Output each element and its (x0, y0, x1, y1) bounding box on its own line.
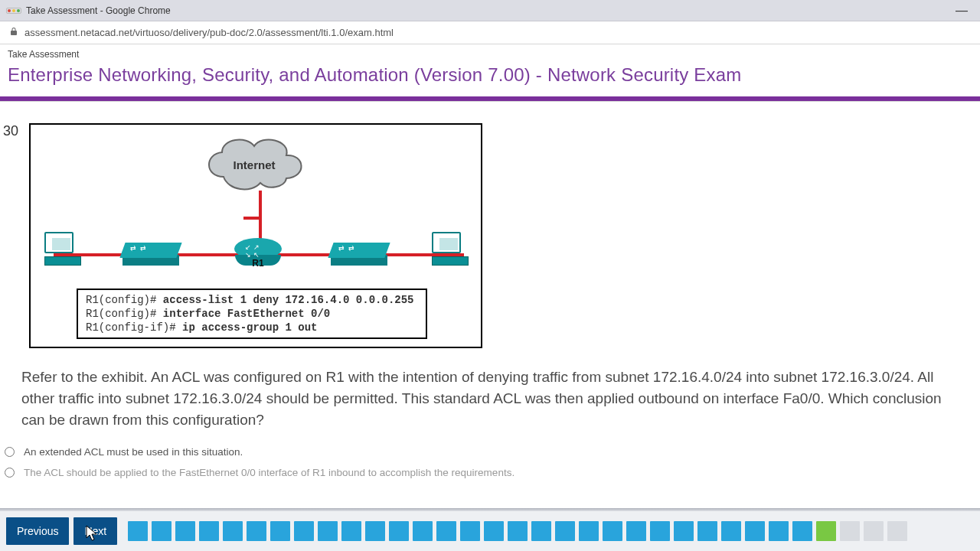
question-nav-cell[interactable] (436, 521, 456, 541)
window-minimize-button[interactable]: — (949, 4, 974, 18)
question-nav-cell[interactable] (887, 521, 907, 541)
window-title: Take Assessment - Google Chrome (26, 5, 171, 16)
bottom-nav: Previous Next (0, 508, 980, 551)
pc-icon (432, 232, 470, 266)
question-nav-cell[interactable] (721, 521, 741, 541)
answer-options: An extended ACL must be used in this sit… (5, 442, 957, 483)
question-nav-cell[interactable] (389, 521, 409, 541)
question-nav-cell[interactable] (247, 521, 266, 541)
question-nav-cell[interactable] (816, 521, 836, 541)
radio-input[interactable] (5, 468, 15, 478)
question-text: Refer to the exhibit. An ACL was configu… (21, 367, 957, 431)
question-nav-cell[interactable] (128, 521, 148, 541)
question-nav-cell[interactable] (199, 521, 219, 541)
window-titlebar: Take Assessment - Google Chrome — (0, 0, 980, 21)
question-nav-cell[interactable] (508, 521, 528, 541)
question-nav-cell[interactable] (626, 521, 646, 541)
config-code: R1(config)# access-list 1 deny 172.16.4.… (77, 289, 427, 339)
radio-input[interactable] (5, 447, 15, 457)
question-nav-cell[interactable] (555, 521, 575, 541)
question-panel: 30 Internet ⇄ ⇄ ↙ ↗↘ ↖ R1 ⇄ ⇄ (0, 120, 980, 502)
question-number: 30 (3, 123, 18, 139)
question-nav-cell[interactable] (864, 521, 884, 541)
question-nav-cell[interactable] (484, 521, 504, 541)
page-title: Enterprise Networking, Security, and Aut… (0, 63, 980, 96)
internet-cloud-icon: Internet (201, 131, 308, 195)
question-nav-cell[interactable] (270, 521, 290, 541)
answer-option[interactable]: An extended ACL must be used in this sit… (5, 442, 957, 462)
previous-button[interactable]: Previous (6, 517, 69, 545)
switch-icon: ⇄ ⇄ (331, 243, 387, 266)
question-nav-cell[interactable] (840, 521, 860, 541)
question-nav-grid (128, 521, 907, 541)
question-nav-cell[interactable] (745, 521, 765, 541)
app-icon (6, 8, 21, 14)
question-nav-cell[interactable] (413, 521, 433, 541)
question-nav-cell[interactable] (792, 521, 812, 541)
question-nav-cell[interactable] (579, 521, 599, 541)
question-nav-cell[interactable] (365, 521, 385, 541)
question-nav-cell[interactable] (603, 521, 622, 541)
lock-icon (9, 27, 18, 38)
question-nav-cell[interactable] (341, 521, 361, 541)
question-nav-cell[interactable] (175, 521, 195, 541)
address-bar[interactable]: assessment.netacad.net/virtuoso/delivery… (0, 21, 980, 44)
question-nav-cell[interactable] (674, 521, 694, 541)
answer-option[interactable]: The ACL should be applied to the FastEth… (5, 462, 957, 483)
router-icon: ↙ ↗↘ ↖ R1 (234, 238, 282, 269)
next-button[interactable]: Next (74, 517, 117, 545)
switch-icon: ⇄ ⇄ (122, 243, 179, 266)
question-nav-cell[interactable] (460, 521, 480, 541)
question-nav-cell[interactable] (531, 521, 551, 541)
question-nav-cell[interactable] (769, 521, 789, 541)
option-label: The ACL should be applied to the FastEth… (24, 467, 514, 478)
breadcrumb: Take Assessment (0, 44, 980, 63)
question-nav-cell[interactable] (318, 521, 338, 541)
url-text: assessment.netacad.net/virtuoso/delivery… (24, 27, 394, 38)
question-nav-cell[interactable] (223, 521, 243, 541)
option-label: An extended ACL must be used in this sit… (24, 446, 243, 458)
pc-icon (44, 232, 83, 266)
question-nav-cell[interactable] (697, 521, 717, 541)
exhibit-image: Internet ⇄ ⇄ ↙ ↗↘ ↖ R1 ⇄ ⇄ R1(conf (29, 123, 482, 348)
question-nav-cell[interactable] (294, 521, 314, 541)
question-nav-cell[interactable] (152, 521, 172, 541)
question-nav-cell[interactable] (650, 521, 670, 541)
